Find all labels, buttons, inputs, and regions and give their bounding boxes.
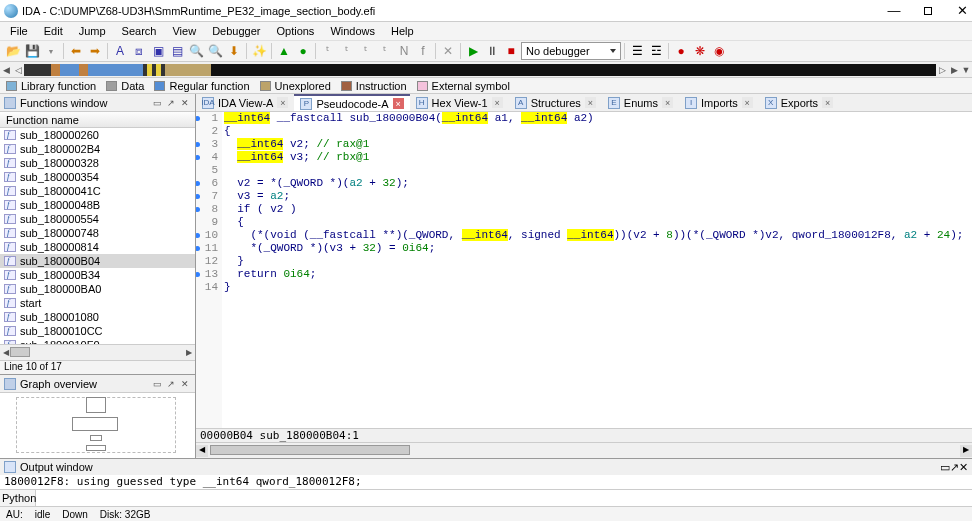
tab-close-icon[interactable]: ×	[393, 98, 404, 109]
panel-restore-icon[interactable]: ▭	[151, 97, 163, 109]
code-line[interactable]: *(_QWORD *)(v3 + 32) = 0i64;	[224, 242, 972, 255]
cross-icon[interactable]: ✕	[439, 42, 457, 60]
close-button[interactable]: ✕	[956, 5, 968, 17]
menu-options[interactable]: Options	[270, 24, 320, 38]
forward-icon[interactable]: ➡	[86, 42, 104, 60]
function-item[interactable]: sub_1800002B4	[0, 142, 195, 156]
tab-close-icon[interactable]: ×	[492, 97, 503, 108]
function-item[interactable]: sub_18000041C	[0, 184, 195, 198]
functions-list[interactable]: sub_180000260sub_1800002B4sub_180000328s…	[0, 128, 195, 344]
graph-canvas[interactable]	[0, 393, 195, 458]
debug-pause-icon[interactable]: ⏸	[483, 42, 501, 60]
code-line[interactable]: }	[224, 281, 972, 294]
panel-restore-icon[interactable]: ▭	[940, 461, 950, 474]
save-icon[interactable]: 💾	[23, 42, 41, 60]
tab-close-icon[interactable]: ×	[742, 97, 753, 108]
panel-popout-icon[interactable]: ↗	[950, 461, 959, 474]
function-item[interactable]: sub_180000B04	[0, 254, 195, 268]
code-line[interactable]: return 0i64;	[224, 268, 972, 281]
text-e-icon[interactable]: N	[395, 42, 413, 60]
bp3-icon[interactable]: ◉	[710, 42, 728, 60]
code-hscroll[interactable]: ◀ ▶	[196, 442, 972, 458]
function-item[interactable]: sub_180000B34	[0, 268, 195, 282]
text-icon[interactable]: A	[111, 42, 129, 60]
search-icon[interactable]: 🔍	[187, 42, 205, 60]
wand-icon[interactable]: ✨	[250, 42, 268, 60]
code-line[interactable]: (*(void (__fastcall **)(_QWORD, __int64,…	[224, 229, 972, 242]
code-area[interactable]: __int64 __fastcall sub_180000B04(__int64…	[222, 112, 972, 428]
text-c-icon[interactable]: ᵗ	[357, 42, 375, 60]
pseudocode-view[interactable]: 1234567891011121314 __int64 __fastcall s…	[196, 112, 972, 428]
menu-view[interactable]: View	[166, 24, 202, 38]
tab-hex-view-1[interactable]: HHex View-1×	[410, 94, 509, 111]
menu-jump[interactable]: Jump	[73, 24, 112, 38]
nav-left2-icon[interactable]: ◁	[12, 65, 24, 75]
function-item[interactable]: sub_180000328	[0, 156, 195, 170]
down-icon[interactable]: ⬇	[225, 42, 243, 60]
window-icon[interactable]: ▣	[149, 42, 167, 60]
nav-strip[interactable]	[24, 64, 936, 76]
tab-pseudocode-a[interactable]: PPseudocode-A×	[294, 94, 409, 111]
panel-close-icon[interactable]: ✕	[179, 97, 191, 109]
back-icon[interactable]: ⬅	[67, 42, 85, 60]
menu-windows[interactable]: Windows	[324, 24, 381, 38]
code-line[interactable]: v3 = a2;	[224, 190, 972, 203]
bp2-icon[interactable]: ❋	[691, 42, 709, 60]
code-line[interactable]: {	[224, 216, 972, 229]
menu-help[interactable]: Help	[385, 24, 420, 38]
python-label[interactable]: Python	[0, 490, 36, 506]
maximize-button[interactable]	[922, 5, 934, 17]
text-b-icon[interactable]: ᵗ	[338, 42, 356, 60]
function-item[interactable]: sub_180000260	[0, 128, 195, 142]
menu-edit[interactable]: Edit	[38, 24, 69, 38]
tab-close-icon[interactable]: ×	[585, 97, 596, 108]
function-item[interactable]: sub_18000048B	[0, 198, 195, 212]
search2-icon[interactable]: 🔍	[206, 42, 224, 60]
dropdown-toggle-icon[interactable]: ▼	[42, 42, 60, 60]
text-f-icon[interactable]: f	[414, 42, 432, 60]
tab-enums[interactable]: EEnums×	[602, 94, 679, 111]
function-item[interactable]: sub_180000814	[0, 240, 195, 254]
code-line[interactable]: __int64 v2; // rax@1	[224, 138, 972, 151]
menu-search[interactable]: Search	[116, 24, 163, 38]
nav-left-icon[interactable]: ◀	[0, 65, 12, 75]
menu-file[interactable]: File	[4, 24, 34, 38]
run-icon[interactable]: ▲	[275, 42, 293, 60]
code-line[interactable]	[224, 164, 972, 177]
window2-icon[interactable]: ▤	[168, 42, 186, 60]
output-text[interactable]: 1800012F8: using guessed type __int64 qw…	[0, 475, 972, 489]
function-item[interactable]: sub_180000354	[0, 170, 195, 184]
cfg2-icon[interactable]: ☲	[647, 42, 665, 60]
code-line[interactable]: if ( v2 )	[224, 203, 972, 216]
functions-column-header[interactable]: Function name	[0, 112, 195, 128]
function-item[interactable]: start	[0, 296, 195, 310]
open-icon[interactable]: 📂	[4, 42, 22, 60]
function-item[interactable]: sub_180001080	[0, 310, 195, 324]
text-d-icon[interactable]: ᵗ	[376, 42, 394, 60]
panel-popout-icon[interactable]: ↗	[165, 378, 177, 390]
panel-restore-icon[interactable]: ▭	[151, 378, 163, 390]
code-line[interactable]: }	[224, 255, 972, 268]
tab-ida-view-a[interactable]: IDAIDA View-A×	[196, 94, 294, 111]
binary-icon[interactable]: ⧈	[130, 42, 148, 60]
panel-close-icon[interactable]: ✕	[179, 378, 191, 390]
functions-hscroll[interactable]: ◀ ▶	[0, 344, 195, 360]
tab-imports[interactable]: IImports×	[679, 94, 759, 111]
tab-exports[interactable]: XExports×	[759, 94, 839, 111]
text-a-icon[interactable]: ᵗ	[319, 42, 337, 60]
nav-menu-icon[interactable]: ▼	[960, 65, 972, 75]
tab-close-icon[interactable]: ×	[822, 97, 833, 108]
tab-close-icon[interactable]: ×	[662, 97, 673, 108]
debugger-select[interactable]: No debugger	[521, 42, 621, 60]
code-line[interactable]: v2 = *(_QWORD *)(a2 + 32);	[224, 177, 972, 190]
function-item[interactable]: sub_180000554	[0, 212, 195, 226]
panel-close-icon[interactable]: ✕	[959, 461, 968, 474]
tab-close-icon[interactable]: ×	[277, 97, 288, 108]
bp-icon[interactable]: ●	[672, 42, 690, 60]
cfg1-icon[interactable]: ☰	[628, 42, 646, 60]
code-line[interactable]: __int64 __fastcall sub_180000B04(__int64…	[224, 112, 972, 125]
debug-stop-icon[interactable]: ■	[502, 42, 520, 60]
nav-right2-icon[interactable]: ▶	[948, 65, 960, 75]
tab-structures[interactable]: AStructures×	[509, 94, 602, 111]
menu-debugger[interactable]: Debugger	[206, 24, 266, 38]
